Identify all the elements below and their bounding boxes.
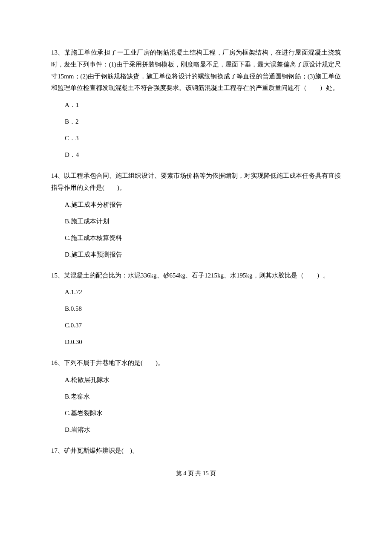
options-list: A.1.72 B.0.58 C.0.37 D.0.30 [51,289,341,345]
question-body: 矿井瓦斯爆炸辨识是( )。 [64,447,138,454]
question-number: 13、 [51,49,64,56]
question-body: 某混凝土的配合比为：水泥336kg、砂654kg、石子1215kg、水195kg… [64,272,329,279]
question-text: 15、某混凝土的配合比为：水泥336kg、砂654kg、石子1215kg、水19… [51,270,341,282]
question-number: 15、 [51,272,64,279]
option-a: A．1 [65,102,341,108]
option-b: B.老窑水 [65,393,341,400]
question-17: 17、矿井瓦斯爆炸辨识是( )。 [51,445,341,457]
page-footer: 第 4 页 共 15 页 [51,470,341,486]
question-number: 17、 [51,447,64,454]
option-a: A.1.72 [65,289,341,295]
option-a: A.松散层孔隙水 [65,377,341,383]
question-14: 14、以工程承包合同、施工组织设计、要素市场价格等为依据编制，对实现降低施工成本… [51,170,341,258]
option-c: C.0.37 [65,322,341,329]
question-body: 某施工单位承担了一工业厂房的钢筋混凝土结构工程，厂房为框架结构，在进行屋面混凝土… [51,49,341,91]
option-b: B．2 [65,119,341,125]
option-d: D.岩溶水 [65,427,341,433]
question-number: 16、 [51,359,64,366]
options-list: A.施工成本分析报告 B.施工成本计划 C.施工成本核算资料 D.施工成本预测报… [51,202,341,258]
question-body: 下列不属于井巷地下水的是( )。 [64,359,164,366]
question-text: 16、下列不属于井巷地下水的是( )。 [51,357,341,369]
option-a: A.施工成本分析报告 [65,202,341,208]
option-b: B.0.58 [65,306,341,312]
question-text: 13、某施工单位承担了一工业厂房的钢筋混凝土结构工程，厂房为框架结构，在进行屋面… [51,47,341,94]
option-d: D.0.30 [65,339,341,345]
exam-page: 13、某施工单位承担了一工业厂房的钢筋混凝土结构工程，厂房为框架结构，在进行屋面… [0,0,392,503]
options-list: A．1 B．2 C．3 D．4 [51,102,341,158]
option-d: D.施工成本预测报告 [65,251,341,258]
option-d: D．4 [65,152,341,158]
option-b: B.施工成本计划 [65,218,341,225]
question-body: 以工程承包合同、施工组织设计、要素市场价格等为依据编制，对实现降低施工成本任务具… [51,172,341,191]
option-c: C．3 [65,135,341,142]
question-text: 14、以工程承包合同、施工组织设计、要素市场价格等为依据编制，对实现降低施工成本… [51,170,341,194]
question-13: 13、某施工单位承担了一工业厂房的钢筋混凝土结构工程，厂房为框架结构，在进行屋面… [51,47,341,158]
question-16: 16、下列不属于井巷地下水的是( )。 A.松散层孔隙水 B.老窑水 C.基岩裂… [51,357,341,433]
question-15: 15、某混凝土的配合比为：水泥336kg、砂654kg、石子1215kg、水19… [51,270,341,346]
options-list: A.松散层孔隙水 B.老窑水 C.基岩裂隙水 D.岩溶水 [51,377,341,433]
option-c: C.基岩裂隙水 [65,410,341,416]
option-c: C.施工成本核算资料 [65,235,341,241]
question-number: 14、 [51,172,64,179]
question-text: 17、矿井瓦斯爆炸辨识是( )。 [51,445,341,457]
